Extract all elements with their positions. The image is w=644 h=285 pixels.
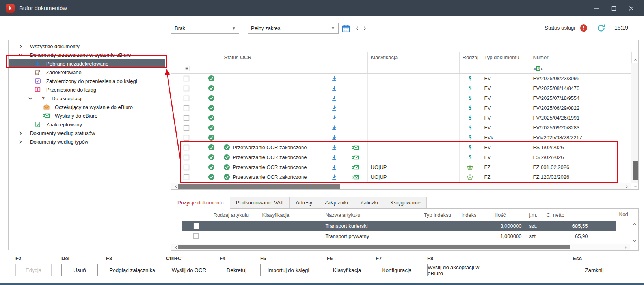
vertical-scrollbar[interactable] xyxy=(631,63,638,183)
detail-horizontal-scrollbar[interactable] xyxy=(171,244,630,250)
document-row[interactable]: Przetwarzanie OCR zakończone$FVFS 1/02/2… xyxy=(171,142,631,152)
document-row[interactable]: Przetwarzanie OCR zakończoneUO|UPFZFZ 12… xyxy=(171,172,631,182)
horizontal-scrollbar-thumb[interactable] xyxy=(178,184,340,189)
document-row[interactable]: $FVFV/2025/08/14/8470 xyxy=(171,83,631,93)
col-kod[interactable]: Kod xyxy=(619,211,633,217)
document-row[interactable]: $FVFV/2025/06/29/0822 xyxy=(171,103,631,113)
unchecked-checkbox-icon[interactable] xyxy=(183,115,190,121)
abc-filter-icon[interactable]: aBc xyxy=(534,66,543,71)
detail-vertical-scroll[interactable] xyxy=(631,222,638,243)
service-alert-icon[interactable] xyxy=(580,24,588,32)
unchecked-checkbox-icon[interactable] xyxy=(183,105,190,111)
col-ilosc[interactable]: Ilość xyxy=(492,209,526,221)
unchecked-checkbox-icon[interactable] xyxy=(183,154,190,161)
usuń-button[interactable]: Usuń xyxy=(61,264,98,276)
tab-pozycje-dokumentu[interactable]: Pozycje dokumentu xyxy=(171,197,230,209)
tree-item[interactable]: ?Do akceptacji xyxy=(9,94,165,103)
tree-item[interactable]: Dokumenty według typów xyxy=(9,137,165,146)
select-all-checkbox[interactable] xyxy=(184,66,190,71)
col-numer[interactable]: Numer xyxy=(530,52,590,63)
col-rodzaj[interactable]: Rodzaj xyxy=(459,52,481,63)
unchecked-checkbox-icon[interactable] xyxy=(183,125,190,131)
chevron-down-icon[interactable] xyxy=(27,95,33,101)
col-status[interactable] xyxy=(202,52,221,63)
tab-podsumowanie-vat[interactable]: Podsumowanie VAT xyxy=(230,197,290,208)
document-row[interactable]: $FVFV/2025/04/26/1991 xyxy=(171,113,631,123)
scroll-down-icon[interactable] xyxy=(631,183,639,189)
white-checkbox-icon[interactable] xyxy=(193,223,199,229)
col-sent[interactable] xyxy=(344,52,367,63)
unchecked-checkbox-icon[interactable] xyxy=(183,95,190,101)
filter-dropdown[interactable]: Brak ▼ xyxy=(171,23,239,34)
unchecked-checkbox-icon[interactable] xyxy=(183,75,190,82)
status-filter-operator[interactable]: = xyxy=(202,65,209,71)
maximize-button[interactable] xyxy=(605,0,622,16)
item-row[interactable]: ❯Transport kurierski3,000000szt.685,55 xyxy=(171,221,639,231)
col-download[interactable] xyxy=(325,52,344,63)
close-button[interactable] xyxy=(622,0,640,16)
chevron-right-icon[interactable] xyxy=(17,43,24,49)
unchecked-checkbox-icon[interactable] xyxy=(183,164,190,171)
tree-item[interactable]: Przeniesione do ksiąg xyxy=(9,85,165,94)
document-row[interactable]: $FVFV/2025/09/20/8283 xyxy=(171,123,631,133)
scroll-right-icon[interactable] xyxy=(622,244,629,251)
col-klasyfikacja[interactable]: Klasyfikacja xyxy=(367,52,459,63)
unchecked-checkbox-icon[interactable] xyxy=(183,135,190,141)
scroll-up-icon[interactable] xyxy=(631,57,639,63)
vertical-scrollbar-thumb[interactable] xyxy=(633,161,638,180)
zamknij-button[interactable]: Zamknij xyxy=(573,264,616,276)
chevron-down-icon[interactable] xyxy=(17,52,24,58)
ocr-filter-operator[interactable]: = xyxy=(221,65,228,71)
tree-item[interactable]: Dokumenty według statusów xyxy=(9,129,165,137)
chevron-right-icon[interactable] xyxy=(17,139,24,145)
previous-range-arrow[interactable] xyxy=(354,25,360,31)
col-jm[interactable]: j.m. xyxy=(526,209,543,221)
importuj-do-księgi-button[interactable]: Importuj do księgi xyxy=(260,264,316,276)
col-klasyfikacja[interactable]: Klasyfikacja xyxy=(259,209,322,221)
tree-item[interactable]: Zadekretowane xyxy=(9,68,165,77)
calendar-icon[interactable] xyxy=(341,23,351,33)
document-row[interactable]: $FVFV/2025/07/18/9554 xyxy=(171,93,631,103)
document-row[interactable]: $FVFV/2025/08/23/3095 xyxy=(171,73,631,83)
podgląd-załącznika-button[interactable]: Podgląd załącznika xyxy=(106,264,158,276)
col-select[interactable] xyxy=(171,52,202,63)
col-typ-dokumentu[interactable]: Typ dokumentu xyxy=(481,52,530,63)
wyślij-do-akceptacji-w-ebiuro-button[interactable]: Wyślij do akceptacji w eBiuro xyxy=(427,264,494,276)
edycja-button[interactable]: Edycja xyxy=(15,264,52,276)
tree-item[interactable]: Wysłany do eBiuro xyxy=(9,111,165,120)
col-select[interactable] xyxy=(182,209,210,221)
tree-item[interactable]: Zaakceptowany xyxy=(9,120,165,129)
unchecked-checkbox-icon[interactable] xyxy=(193,233,199,239)
tree-item[interactable]: Oczekujący na wysłanie do eBiuro xyxy=(9,103,165,111)
col-typ-indeksu[interactable]: Typ indeksu xyxy=(421,209,458,221)
document-row[interactable]: Przetwarzanie OCR zakończoneUO|UPFZFZ 00… xyxy=(171,162,631,172)
date-range-dropdown[interactable]: Pełny zakres ▼ xyxy=(248,23,339,34)
col-rodzaj-artykulu[interactable]: Rodzaj artykułu xyxy=(210,209,259,221)
tab-zaliczki[interactable]: Zaliczki xyxy=(354,197,384,208)
col-status-ocr[interactable]: Status OCR xyxy=(221,52,325,63)
refresh-icon[interactable] xyxy=(596,23,606,33)
item-row[interactable]: Transport prywatny1,000000szt65,90 xyxy=(171,231,639,241)
unchecked-checkbox-icon[interactable] xyxy=(183,174,190,180)
wyślij-do-ocr-button[interactable]: Wyślij do OCR xyxy=(166,264,212,276)
tree-item[interactable]: Wszystkie dokumenty xyxy=(9,42,165,51)
tree-item[interactable]: Dokumenty przetwarzane w systemie eBiuro xyxy=(9,51,165,59)
col-c-netto[interactable]: C. netto xyxy=(543,209,592,221)
document-row[interactable]: $FVkFVk/2025/08/28/2217 xyxy=(171,133,631,142)
horizontal-scrollbar[interactable] xyxy=(171,183,631,189)
col-nazwa-artykulu[interactable]: Nazwa artykułu xyxy=(322,209,421,221)
tree-item[interactable]: Pobrane niezadekretowane xyxy=(9,59,165,68)
konfiguracja-button[interactable]: Konfiguracja xyxy=(376,264,418,276)
dekretuj-button[interactable]: Dekretuj xyxy=(220,264,253,276)
typ-filter-operator[interactable]: = xyxy=(481,65,488,71)
tab-załączniki[interactable]: Załączniki xyxy=(318,197,354,208)
tab-księgowanie[interactable]: Księgowanie xyxy=(384,197,427,208)
document-row[interactable]: Przetwarzanie OCR zakończone$FVFS 2/02/2… xyxy=(171,152,631,162)
tab-adresy[interactable]: Adresy xyxy=(290,197,318,208)
chevron-right-icon[interactable] xyxy=(17,130,24,136)
tree-item[interactable]: Zatwierdzony do przeniesienia do księgi xyxy=(9,77,165,85)
col-indeks[interactable]: Indeks xyxy=(458,209,492,221)
scroll-right-icon[interactable] xyxy=(623,183,630,190)
unchecked-checkbox-icon[interactable] xyxy=(183,144,190,151)
unchecked-checkbox-icon[interactable] xyxy=(183,85,190,92)
